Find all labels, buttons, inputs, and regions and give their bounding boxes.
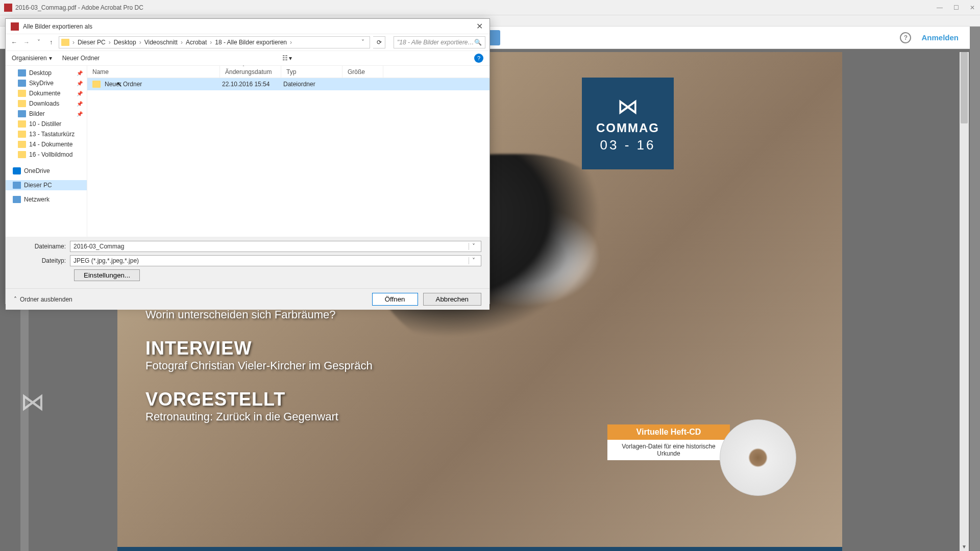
pc-icon xyxy=(18,80,26,87)
dialog-sidebar: Desktop📌SkyDrive📌Dokumente📌Downloads📌Bil… xyxy=(6,66,87,237)
sidebar-item-label: OneDrive xyxy=(24,167,50,174)
commag-badge: ⋈ COMMAG 03 - 16 xyxy=(582,78,674,169)
scroll-down-icon[interactable]: ▼ xyxy=(960,542,969,551)
dialog-titlebar: Alle Bilder exportieren als ✕ xyxy=(6,19,489,34)
folder-icon xyxy=(61,39,69,46)
page-footer: Commag – das Online-Magazin für Bildbear… xyxy=(117,547,842,551)
export-dialog: Alle Bilder exportieren als ✕ ← → ˅ ↑ › … xyxy=(5,18,490,304)
chevron-down-icon: ▾ xyxy=(289,55,292,62)
dialog-fields: Dateiname: 2016-03_Commag ˅ Dateityp: JP… xyxy=(6,237,489,288)
dialog-toolbar: Organisieren ▾ Neuer Ordner ☷ ▾ ? xyxy=(6,51,489,66)
nav-up-button[interactable]: ↑ xyxy=(46,38,56,47)
open-button[interactable]: Öffnen xyxy=(372,293,418,306)
sidebar-item-dokumente[interactable]: Dokumente📌 xyxy=(6,88,87,98)
chevron-right-icon: › xyxy=(289,39,293,46)
badge-issue: 03 - 16 xyxy=(600,137,656,153)
minimize-button[interactable]: — xyxy=(936,4,943,11)
bc-videoschnitt[interactable]: Videoschnitt xyxy=(142,39,180,46)
file-list-area: Name˄ Änderungsdatum Typ Größe Neuer Ord… xyxy=(87,66,489,237)
chevron-right-icon: › xyxy=(138,39,142,46)
filetype-select[interactable]: JPEG (*.jpg,*.jpeg,*.jpe) ˅ xyxy=(70,255,481,266)
nav-back-button[interactable]: ← xyxy=(10,38,19,47)
sidebar-item-dieser-pc[interactable]: Dieser PC xyxy=(6,180,87,190)
sidebar-item-downloads[interactable]: Downloads📌 xyxy=(6,98,87,109)
chevron-right-icon: › xyxy=(180,39,184,46)
col-type[interactable]: Typ xyxy=(281,66,342,78)
pin-icon: 📌 xyxy=(77,91,83,96)
close-button[interactable]: ✕ xyxy=(969,4,976,11)
col-date[interactable]: Änderungsdatum xyxy=(220,66,281,78)
badge-title: COMMAG xyxy=(596,121,659,135)
sidebar-item-13-tastaturk-rz[interactable]: 13 - Tastaturkürz xyxy=(6,129,87,139)
sidebar-item-16-vollbildmod[interactable]: 16 - Vollbildmod xyxy=(6,149,87,160)
interview-sub: Fotograf Christian Vieler-Kircher im Ges… xyxy=(145,359,373,372)
chevron-right-icon: › xyxy=(209,39,213,46)
folder-icon xyxy=(92,81,101,88)
dialog-close-button[interactable]: ✕ xyxy=(474,21,484,32)
col-size[interactable]: Größe xyxy=(342,66,383,78)
sidebar-item-label: Dokumente xyxy=(29,90,60,97)
help-icon[interactable]: ? xyxy=(900,32,911,43)
bc-acrobat[interactable]: Acrobat xyxy=(184,39,209,46)
col-name[interactable]: Name˄ xyxy=(87,66,220,78)
nav-forward-button[interactable]: → xyxy=(22,38,31,47)
sidebar-item-label: SkyDrive xyxy=(29,80,54,87)
vorgestellt-sub: Retronauting: Zurück in die Gegenwart xyxy=(145,410,373,423)
filename-label: Dateiname: xyxy=(14,243,70,250)
sidebar-item-14-dokumente[interactable]: 14 - Dokumente xyxy=(6,139,87,149)
interview-heading: INTERVIEW xyxy=(145,338,373,359)
search-input[interactable]: "18 - Alle Bilder exportieren" d... 🔍 xyxy=(394,36,485,48)
titlebar: 2016-03_Commag.pdf - Adobe Acrobat Pro D… xyxy=(0,0,980,15)
hide-folders-toggle[interactable]: ˄ Ordner ausblenden xyxy=(14,296,72,303)
cd-title: Virtuelle Heft-CD xyxy=(607,424,730,440)
chevron-down-icon[interactable]: ˅ xyxy=(469,243,478,250)
maximize-button[interactable]: ☐ xyxy=(952,4,960,11)
folder-icon xyxy=(18,100,26,107)
organize-button[interactable]: Organisieren ▾ xyxy=(12,55,52,62)
right-panel-strip[interactable] xyxy=(970,27,980,551)
net-icon xyxy=(13,196,21,203)
dialog-body: Desktop📌SkyDrive📌Dokumente📌Downloads📌Bil… xyxy=(6,66,489,237)
pc-icon xyxy=(18,69,26,77)
sidebar-item-bilder[interactable]: Bilder📌 xyxy=(6,109,87,119)
pin-icon: 📌 xyxy=(77,111,83,117)
butterfly-icon: ⋈ xyxy=(617,94,639,119)
chevron-right-icon: › xyxy=(108,39,112,46)
sidebar-item-10-distiller[interactable]: 10 - Distiller xyxy=(6,119,87,129)
chevron-right-icon: › xyxy=(71,39,76,46)
breadcrumb[interactable]: › Dieser PC › Desktop › Videoschnitt › A… xyxy=(59,36,370,48)
chevron-down-icon[interactable]: ˅ xyxy=(469,257,478,264)
folder-icon xyxy=(18,141,26,148)
sidebar-item-label: 10 - Distiller xyxy=(29,120,61,128)
vertical-scrollbar[interactable]: ▲ ▼ xyxy=(960,52,969,551)
breadcrumb-dropdown-icon[interactable]: ˅ xyxy=(358,39,368,46)
nav-recent-dropdown[interactable]: ˅ xyxy=(34,38,43,47)
new-folder-button[interactable]: Neuer Ordner xyxy=(62,55,100,62)
sidebar-item-skydrive[interactable]: SkyDrive📌 xyxy=(6,78,87,88)
cd-disc-icon xyxy=(720,419,796,496)
dialog-help-button[interactable]: ? xyxy=(474,54,483,63)
cancel-button[interactable]: Abbrechen xyxy=(423,293,481,306)
file-type: Dateiordner xyxy=(283,81,334,88)
refresh-button[interactable]: ⟳ xyxy=(373,36,385,48)
search-icon: 🔍 xyxy=(474,39,482,46)
view-options-button[interactable]: ☷ ▾ xyxy=(282,55,292,62)
app-icon xyxy=(4,4,12,12)
bc-dieser-pc[interactable]: Dieser PC xyxy=(76,39,108,46)
login-link[interactable]: Anmelden xyxy=(921,33,959,42)
sidebar-item-label: Netzwerk xyxy=(24,196,50,203)
pc-icon xyxy=(13,182,21,189)
bc-desktop[interactable]: Desktop xyxy=(112,39,138,46)
pin-icon: 📌 xyxy=(77,70,83,76)
scroll-thumb[interactable] xyxy=(961,52,968,123)
settings-button[interactable]: Einstellungen... xyxy=(74,269,140,281)
sidebar-item-desktop[interactable]: Desktop📌 xyxy=(6,68,87,78)
sidebar-item-netzwerk[interactable]: Netzwerk xyxy=(6,194,87,205)
filename-input[interactable]: 2016-03_Commag ˅ xyxy=(70,241,481,252)
pin-icon: 📌 xyxy=(77,101,83,107)
cd-desc: Vorlagen-Datei für eine historische Urku… xyxy=(607,440,730,460)
dialog-title: Alle Bilder exportieren als xyxy=(23,23,474,30)
sidebar-item-onedrive[interactable]: OneDrive xyxy=(6,166,87,176)
bc-current[interactable]: 18 - Alle Bilder exportieren xyxy=(213,39,289,46)
file-row[interactable]: Neuer Ordner 22.10.2016 15:54 Dateiordne… xyxy=(87,78,489,90)
